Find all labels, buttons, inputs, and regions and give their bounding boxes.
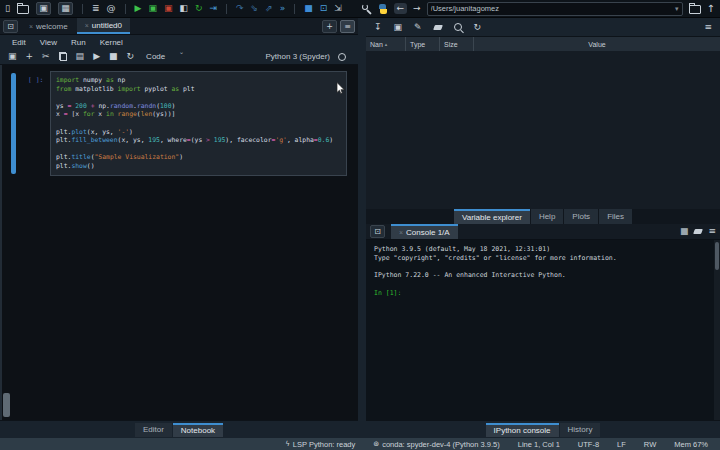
remove-variable-icon[interactable] [433, 25, 443, 30]
tab-welcome[interactable]: ×welcome [21, 18, 76, 34]
column-size[interactable]: Size [440, 37, 474, 51]
tab-label: Editor [143, 425, 164, 434]
toolbar-right-group: ← → ▾ ↑ [362, 2, 715, 16]
find-symbols-icon[interactable]: @ [107, 4, 116, 13]
console-scrollbar[interactable] [714, 240, 720, 420]
tab-label: Variable explorer [462, 213, 522, 222]
tab-help[interactable]: Help [531, 209, 563, 224]
run-file-icon[interactable]: ▶ [135, 4, 142, 13]
conda-env-status[interactable]: ⊛conda: spyder-dev-4 (Python 3.9.5) [373, 440, 499, 449]
copy-cell-icon[interactable] [59, 52, 67, 61]
search-variable-icon[interactable] [454, 23, 462, 31]
paste-cell-icon[interactable]: ▤ [76, 52, 85, 61]
save-all-icon[interactable]: ▦ [58, 2, 73, 15]
run-cell-icon[interactable]: ▶ [93, 52, 100, 61]
cell-type-dropdown[interactable]: Code ˇ [146, 52, 184, 62]
save-icon[interactable]: ▣ [36, 2, 51, 15]
tab-editor[interactable]: Editor [135, 423, 172, 437]
kernel-label: Python 3 (Spyder) [266, 52, 330, 61]
memory-usage[interactable]: Mem 67% [674, 440, 708, 449]
interrupt-kernel-icon[interactable]: ■ [109, 52, 118, 61]
tab-ipython-console[interactable]: IPython console [486, 423, 559, 437]
cursor-position[interactable]: Line 1, Col 1 [518, 440, 560, 449]
new-notebook-button[interactable]: + [322, 20, 337, 33]
ipython-console[interactable]: Python 3.9.5 (default, May 18 2021, 12:3… [366, 240, 720, 420]
console-options-icon[interactable]: ≡ [708, 227, 716, 236]
toolbar-separator [226, 4, 227, 14]
eol-status[interactable]: LF [617, 440, 626, 449]
tab-notebook[interactable]: Notebook [173, 423, 223, 437]
add-cell-icon[interactable]: + [26, 52, 34, 61]
chevron-down-icon: ˇ [179, 52, 184, 62]
toolbar-separator [125, 4, 126, 14]
menu-view[interactable]: View [40, 38, 57, 47]
menu-run[interactable]: Run [71, 38, 86, 47]
open-pane-icon[interactable]: ⊡ [320, 4, 328, 13]
interrupt-kernel-icon[interactable]: ■ [680, 227, 689, 236]
notebook-options-button[interactable]: ≡ [340, 20, 355, 33]
run-cell-icon[interactable]: ▣ [148, 4, 157, 13]
tab-label: History [568, 425, 593, 434]
column-name[interactable]: Nan▴ [366, 37, 406, 51]
save-data-icon[interactable]: ▣ [394, 23, 403, 32]
edit-variable-icon[interactable]: ✎ [414, 23, 422, 32]
menu-edit[interactable]: Edit [12, 38, 26, 47]
run-selection-icon[interactable]: ◧ [179, 4, 188, 13]
tab-untitled0[interactable]: ×untitled0 [77, 18, 130, 34]
editor-scrollbar-thumb[interactable] [3, 393, 10, 417]
run-to-line-icon[interactable]: ⇥ [210, 4, 218, 13]
parent-directory-icon[interactable]: ↑ [707, 4, 715, 14]
notebook-editor[interactable]: [ ]: import numpy as npfrom matplotlib i… [0, 65, 358, 420]
run-cell-advance-icon[interactable]: ▣ [164, 4, 173, 13]
forward-button[interactable]: → [413, 4, 421, 13]
working-directory-input[interactable] [431, 4, 675, 13]
editor-notebook-tabs: EditorNotebook [135, 423, 223, 437]
tab-history[interactable]: History [560, 423, 601, 437]
path-dropdown-icon[interactable]: ▾ [675, 5, 679, 13]
back-button[interactable]: ← [394, 3, 408, 14]
step-over-icon[interactable]: ↷ [236, 4, 244, 13]
restart-kernel-icon[interactable]: ↻ [195, 4, 203, 13]
code-cell[interactable]: import numpy as npfrom matplotlib import… [50, 71, 347, 176]
console-scrollbar-thumb[interactable] [715, 242, 719, 270]
tab-plots[interactable]: Plots [564, 209, 598, 224]
code-line [56, 119, 341, 128]
readwrite-status[interactable]: RW [644, 440, 656, 449]
encoding-status[interactable]: UTF-8 [578, 440, 599, 449]
step-out-icon[interactable]: ⇗ [265, 4, 273, 13]
console-detach-icon[interactable]: ⊡ [370, 225, 385, 238]
tab-label: Notebook [181, 426, 215, 435]
continue-icon[interactable]: » [280, 4, 286, 13]
lsp-status[interactable]: ϟLSP Python: ready [285, 440, 355, 449]
step-into-icon[interactable]: ⇘ [251, 4, 259, 13]
outline-icon[interactable]: ≣ [92, 4, 100, 13]
sort-ascending-icon: ▴ [385, 41, 388, 47]
toolbar-separator [294, 4, 295, 14]
menu-kernel[interactable]: Kernel [100, 38, 123, 47]
restart-kernel-icon[interactable]: ↻ [127, 52, 135, 61]
import-data-icon[interactable]: ↧ [374, 23, 382, 32]
column-value[interactable]: Value [474, 37, 720, 51]
tab-close-icon[interactable]: × [399, 229, 403, 236]
stop-debug-icon[interactable]: ■ [304, 4, 313, 13]
tab-close-icon[interactable]: × [85, 22, 89, 29]
refresh-variables-icon[interactable]: ↻ [474, 23, 482, 32]
fullscreen-icon[interactable]: ⇲ [334, 4, 342, 13]
column-type[interactable]: Type [406, 37, 440, 51]
clear-console-icon[interactable] [694, 229, 704, 234]
tab-variable-explorer[interactable]: Variable explorer [454, 209, 530, 224]
notebook-panel: ⊡ ×welcome×untitled0 + ≡ Edit View Run K… [0, 18, 358, 438]
console-tabs: ×Console 1/A [391, 224, 674, 239]
open-folder-icon[interactable] [17, 5, 29, 14]
cut-cell-icon[interactable]: ✂ [42, 52, 50, 61]
detach-pane-icon[interactable]: ⊡ [3, 20, 18, 33]
variable-explorer-options-icon[interactable]: ≡ [704, 23, 712, 32]
preferences-wrench-icon[interactable] [362, 4, 372, 14]
tab-close-icon[interactable]: × [29, 23, 33, 30]
tab-files[interactable]: Files [599, 209, 632, 224]
new-file-icon[interactable]: ▯ [5, 4, 10, 13]
browse-directory-icon[interactable] [689, 5, 701, 14]
save-notebook-icon[interactable]: ▣ [8, 52, 17, 61]
variable-table-body[interactable] [366, 51, 720, 209]
tab-console-1a[interactable]: ×Console 1/A [391, 224, 458, 239]
